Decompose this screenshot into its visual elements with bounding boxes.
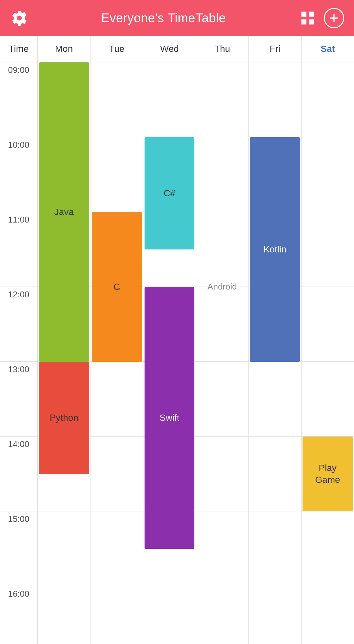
time-label: 12:00 <box>0 287 38 361</box>
timetable-grid: 09:0010:0011:0012:0013:0014:0015:0016:00… <box>0 62 354 644</box>
event-python[interactable]: Python <box>39 362 89 474</box>
day-cell <box>90 137 143 212</box>
event-csharp[interactable]: C# <box>145 137 195 249</box>
day-header-fri: Fri <box>249 36 302 62</box>
grid-view-button[interactable] <box>298 9 317 28</box>
event-swift[interactable]: Swift <box>145 287 195 549</box>
day-cell <box>249 511 302 586</box>
time-label: 09:00 <box>0 62 38 137</box>
time-label: 15:00 <box>0 511 38 586</box>
event-android[interactable]: Android <box>197 249 247 324</box>
event-playgame[interactable]: Play Game <box>303 437 353 511</box>
day-cell <box>196 62 249 137</box>
time-label: 10:00 <box>0 137 38 212</box>
header-actions <box>298 8 344 28</box>
app-header: Everyone's TimeTable <box>0 0 354 36</box>
day-cell <box>249 586 302 644</box>
day-cell <box>90 586 143 644</box>
time-rows: 09:0010:0011:0012:0013:0014:0015:0016:00… <box>0 62 354 644</box>
day-cell <box>302 511 354 586</box>
day-cell <box>196 137 249 212</box>
app-title: Everyone's TimeTable <box>101 11 226 25</box>
settings-button[interactable] <box>10 9 29 28</box>
time-label: 13:00 <box>0 362 38 436</box>
day-cell <box>38 511 90 586</box>
day-cell <box>302 586 354 644</box>
day-header-thu: Thu <box>196 36 249 62</box>
day-cell <box>38 586 90 644</box>
event-java[interactable]: Java <box>39 62 89 362</box>
time-label: 16:00 <box>0 586 38 644</box>
day-cell <box>143 62 196 137</box>
day-cell <box>302 62 354 137</box>
day-cell <box>90 511 143 586</box>
day-cell <box>143 586 196 644</box>
day-cell <box>196 362 249 436</box>
day-cell <box>302 212 354 287</box>
time-row: 16:00 <box>0 586 354 644</box>
day-cell <box>90 437 143 511</box>
column-headers: Time Mon Tue Wed Thu Fri Sat <box>0 36 354 62</box>
day-header-wed: Wed <box>143 36 196 62</box>
add-button[interactable] <box>324 8 344 28</box>
day-cell <box>90 62 143 137</box>
day-cell <box>249 62 302 137</box>
day-cell <box>302 137 354 212</box>
time-label: 14:00 <box>0 437 38 511</box>
time-label: 11:00 <box>0 212 38 287</box>
day-cell <box>90 362 143 436</box>
day-cell <box>249 437 302 511</box>
day-cell <box>196 437 249 511</box>
event-kotlin[interactable]: Kotlin <box>250 137 300 362</box>
day-cell <box>196 511 249 586</box>
day-header-tue: Tue <box>90 36 143 62</box>
day-cell <box>302 362 354 436</box>
event-c[interactable]: C <box>92 212 142 362</box>
time-column-header: Time <box>0 36 38 62</box>
day-header-sat: Sat <box>302 36 354 62</box>
day-header-mon: Mon <box>38 36 90 62</box>
day-cell <box>302 287 354 361</box>
day-cell <box>249 362 302 436</box>
day-cell <box>196 586 249 644</box>
